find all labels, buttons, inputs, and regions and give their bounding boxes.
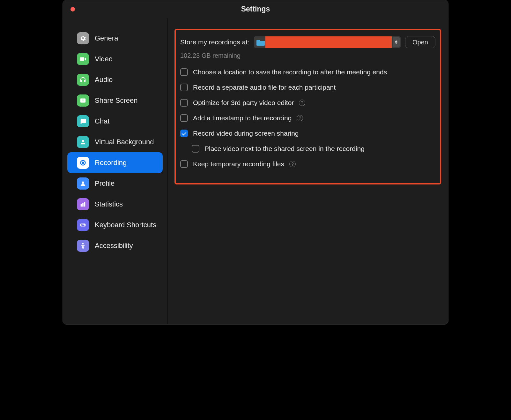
virtual-background-icon — [77, 136, 89, 148]
option-add-timestamp[interactable]: Add a timestamp to the recording ? — [180, 114, 435, 122]
svg-point-3 — [82, 161, 84, 164]
headphones-icon — [77, 74, 89, 86]
checkbox[interactable] — [180, 114, 188, 122]
option-optimize-3rd-party[interactable]: Optimize for 3rd party video editor ? — [180, 99, 435, 107]
sidebar-item-keyboard-shortcuts[interactable]: Keyboard Shortcuts — [67, 214, 163, 235]
option-label: Place video next to the shared screen in… — [204, 145, 365, 153]
sidebar-item-accessibility[interactable]: Accessibility — [67, 235, 163, 256]
settings-window: Settings General Video Audio — [63, 0, 448, 325]
option-choose-location[interactable]: Choose a location to save the recording … — [180, 68, 435, 76]
sidebar-item-recording[interactable]: Recording — [67, 152, 163, 173]
recording-path-dropdown[interactable] — [254, 36, 401, 48]
option-separate-audio[interactable]: Record a separate audio file for each pa… — [180, 84, 435, 91]
window-title: Settings — [63, 5, 448, 13]
sidebar-item-audio[interactable]: Audio — [67, 69, 163, 90]
sidebar: General Video Audio Share Screen — [63, 18, 167, 324]
option-record-video-sharing[interactable]: Record video during screen sharing — [180, 130, 435, 137]
store-location-label: Store my recordings at: — [180, 38, 249, 46]
checkbox[interactable] — [180, 68, 188, 76]
sidebar-item-profile[interactable]: Profile — [67, 173, 163, 194]
help-icon[interactable]: ? — [299, 100, 305, 106]
sidebar-item-virtual-background[interactable]: Virtual Background — [67, 131, 163, 152]
chat-icon — [77, 115, 89, 127]
sidebar-item-general[interactable]: General — [67, 28, 163, 49]
option-label: Record a separate audio file for each pa… — [193, 84, 336, 91]
settings-panel: Store my recordings at: Open 102.23 GB r… — [167, 18, 448, 324]
sidebar-item-label: Virtual Background — [95, 138, 154, 146]
sidebar-item-share-screen[interactable]: Share Screen — [67, 90, 163, 111]
svg-rect-7 — [84, 202, 85, 206]
sidebar-item-label: Share Screen — [95, 96, 138, 105]
titlebar: Settings — [63, 0, 448, 18]
sidebar-item-label: General — [95, 34, 120, 42]
sidebar-item-video[interactable]: Video — [67, 49, 163, 69]
accessibility-icon — [77, 240, 89, 252]
gear-icon — [77, 32, 89, 44]
option-label: Optimize for 3rd party video editor — [193, 99, 294, 107]
help-icon[interactable]: ? — [297, 115, 303, 121]
svg-rect-12 — [81, 225, 84, 226]
open-folder-button[interactable]: Open — [405, 36, 435, 48]
recording-icon — [77, 157, 89, 169]
option-label: Record video during screen sharing — [193, 130, 299, 137]
option-place-video-next-to-screen[interactable]: Place video next to the shared screen in… — [192, 145, 435, 153]
sidebar-item-label: Accessibility — [95, 242, 133, 250]
keyboard-icon — [77, 219, 89, 231]
svg-rect-9 — [81, 224, 82, 225]
checkbox[interactable] — [180, 130, 188, 137]
storage-remaining-label: 102.23 GB remaining — [180, 52, 435, 59]
profile-icon — [77, 177, 89, 190]
store-location-row: Store my recordings at: Open — [180, 36, 435, 48]
svg-point-4 — [82, 181, 84, 184]
sidebar-item-label: Chat — [95, 117, 109, 125]
sidebar-item-statistics[interactable]: Statistics — [67, 194, 163, 214]
dropdown-stepper-icon — [393, 37, 400, 47]
checkbox[interactable] — [180, 160, 188, 168]
checkbox[interactable] — [180, 84, 188, 91]
sidebar-item-label: Audio — [95, 76, 113, 84]
folder-icon — [256, 39, 265, 46]
help-icon[interactable]: ? — [289, 161, 296, 167]
svg-rect-10 — [82, 224, 83, 225]
option-keep-temp-files[interactable]: Keep temporary recording files ? — [180, 160, 435, 168]
checkbox[interactable] — [192, 145, 199, 153]
sidebar-item-label: Video — [95, 55, 113, 63]
statistics-icon — [77, 198, 89, 210]
window-body: General Video Audio Share Screen — [63, 18, 448, 324]
svg-rect-11 — [84, 224, 84, 225]
sidebar-item-label: Profile — [95, 179, 115, 188]
checkbox[interactable] — [180, 99, 188, 107]
sidebar-item-chat[interactable]: Chat — [67, 111, 163, 131]
option-label: Choose a location to save the recording … — [193, 68, 387, 76]
sidebar-item-label: Recording — [95, 159, 127, 167]
share-screen-icon — [77, 94, 89, 107]
video-icon — [77, 53, 89, 65]
svg-point-1 — [82, 140, 84, 142]
svg-rect-5 — [81, 204, 82, 206]
recording-settings-highlight: Store my recordings at: Open 102.23 GB r… — [174, 29, 441, 184]
sidebar-item-label: Statistics — [95, 200, 123, 208]
svg-rect-6 — [82, 203, 84, 206]
option-label: Add a timestamp to the recording — [193, 114, 292, 122]
svg-point-13 — [82, 243, 84, 244]
option-label: Keep temporary recording files — [193, 160, 284, 168]
sidebar-item-label: Keyboard Shortcuts — [95, 221, 156, 229]
close-window-button[interactable] — [70, 7, 75, 11]
recording-path-redacted — [265, 36, 392, 48]
